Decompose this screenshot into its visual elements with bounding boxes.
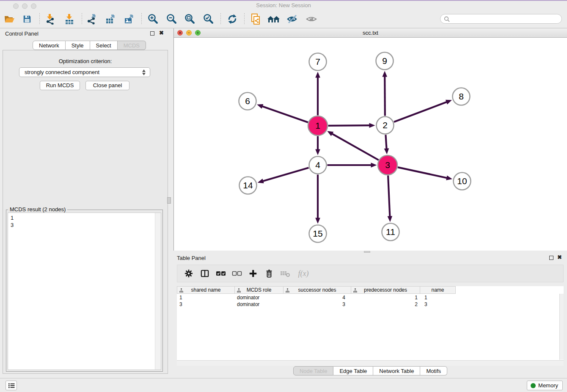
edge-arrowhead [315, 218, 320, 224]
close-panel-button[interactable]: Close panel [85, 81, 129, 90]
run-mcds-button[interactable]: Run MCDS [40, 81, 80, 90]
edge-2-8[interactable] [394, 102, 448, 122]
tab-edge-table[interactable]: Edge Table [333, 366, 373, 375]
float-table-panel-icon[interactable] [549, 256, 553, 260]
add-column-icon[interactable] [245, 269, 261, 278]
zoom-out-icon[interactable] [165, 13, 178, 25]
edge-4-14[interactable] [261, 168, 308, 181]
delete-table-icon [277, 270, 293, 277]
export-table-icon[interactable] [104, 13, 117, 25]
tab-network-table[interactable]: Network Table [373, 366, 420, 375]
show-all-icon[interactable] [305, 13, 318, 25]
table-panel-title: Table Panel [177, 255, 206, 261]
table-cell[interactable]: 3 [420, 301, 456, 308]
import-table-icon[interactable] [63, 13, 76, 25]
tab-node-table[interactable]: Node Table [293, 366, 334, 375]
table-horizontal-scrollbar[interactable] [177, 360, 564, 366]
select-stepper-icon [142, 69, 146, 76]
column-header-predecessor-nodes[interactable]: predecessor nodes [351, 286, 420, 294]
network-canvas[interactable]: 1234678910111415 [174, 38, 567, 251]
edge-3-1[interactable] [331, 133, 379, 160]
column-header-successor-nodes[interactable]: successor nodes [284, 286, 351, 294]
column-type-icon [353, 288, 357, 295]
column-header-label: predecessor nodes [364, 287, 407, 293]
edge-arrowhead [388, 216, 393, 222]
open-file-icon[interactable] [3, 13, 16, 25]
table-cell[interactable]: dominator [235, 294, 284, 301]
column-header-MCDS-role[interactable]: MCDS role [235, 286, 284, 294]
table-cell[interactable]: 1 [351, 294, 420, 301]
edge-1-2[interactable] [328, 125, 371, 126]
hide-selected-icon[interactable] [286, 13, 299, 25]
column-header-label: name [431, 287, 444, 293]
graph-node-label: 8 [459, 91, 464, 101]
edge-1-6[interactable] [261, 106, 308, 122]
result-scrollbar[interactable] [155, 213, 161, 370]
import-network-icon[interactable] [43, 13, 57, 25]
network-graph[interactable]: 1234678910111415 [174, 38, 567, 251]
task-history-button[interactable] [6, 381, 17, 390]
edge-3-11[interactable] [388, 175, 390, 218]
edge-3-10[interactable] [398, 167, 448, 178]
table-cell[interactable]: 1 [177, 294, 235, 301]
table-panel: Table Panel ✖ [173, 253, 567, 378]
table-cell[interactable]: 1 [420, 294, 456, 301]
edge-2-9[interactable] [385, 75, 385, 116]
zoom-in-icon[interactable] [146, 13, 160, 25]
table-row[interactable]: 3dominator323 [177, 301, 456, 308]
edge-arrowhead [384, 148, 389, 154]
table-cell[interactable]: 3 [284, 301, 351, 308]
column-header-shared-name[interactable]: shared name [177, 286, 235, 294]
export-image-icon[interactable] [122, 13, 136, 25]
select-all-icon[interactable] [213, 271, 229, 276]
column-header-name[interactable]: name [420, 286, 456, 294]
tab-motifs[interactable]: Motifs [420, 366, 447, 375]
mcds-result-item: 3 [11, 221, 158, 229]
optimization-criterion-label: Optimization criterion: [0, 58, 171, 64]
optimization-criterion-select[interactable]: strongly connected component [19, 67, 150, 77]
table-vertical-scrollbar[interactable] [559, 294, 564, 360]
tab-mcds[interactable]: MCDS [118, 41, 146, 50]
graph-node-label: 10 [457, 176, 467, 186]
table-cell[interactable]: dominator [235, 301, 284, 308]
graph-node-label: 1 [315, 121, 320, 130]
edge-2-3[interactable] [385, 135, 386, 150]
table-cell[interactable]: 3 [177, 301, 235, 308]
vertical-splitter-handle[interactable] [167, 197, 171, 204]
horizontal-splitter-handle[interactable] [364, 251, 370, 253]
search-input[interactable] [452, 16, 561, 22]
zoom-fit-icon[interactable] [183, 13, 196, 25]
tab-select[interactable]: Select [90, 41, 118, 50]
delete-column-icon[interactable] [261, 269, 277, 278]
network-view-window: ✕ − + scc.txt 1234678910111415 [173, 28, 567, 251]
memory-button[interactable]: Memory [527, 381, 563, 390]
search-field[interactable] [440, 14, 562, 24]
table-cell[interactable]: 4 [284, 294, 351, 301]
mcds-result-list[interactable]: 13 [8, 213, 161, 370]
column-type-icon [237, 288, 241, 295]
close-table-panel-icon[interactable]: ✖ [557, 254, 562, 260]
graph-node-label: 3 [385, 160, 390, 170]
graph-node-label: 14 [243, 180, 253, 190]
node-table[interactable]: shared nameMCDS rolesuccessor nodesprede… [177, 286, 564, 366]
network-home-icon[interactable] [267, 13, 281, 25]
refresh-icon[interactable] [226, 13, 239, 25]
table-row[interactable]: 1dominator411 [177, 294, 456, 301]
network-window-titlebar[interactable]: ✕ − + scc.txt [174, 28, 567, 38]
zoom-selected-icon[interactable] [201, 13, 215, 25]
save-session-icon[interactable] [20, 13, 34, 25]
graph-node-label: 2 [383, 120, 388, 130]
tab-style[interactable]: Style [66, 41, 90, 50]
close-panel-icon[interactable]: ✖ [159, 30, 164, 36]
table-cell[interactable]: 2 [351, 301, 420, 308]
control-panel-title: Control Panel [5, 30, 39, 37]
settings-gear-icon[interactable] [181, 269, 197, 278]
column-chooser-icon[interactable] [197, 269, 213, 278]
mcds-result-fieldset: MCDS result (2 nodes) 13 [6, 210, 163, 372]
tab-network[interactable]: Network [33, 41, 66, 50]
deselect-all-icon[interactable] [229, 271, 245, 276]
control-panel-tabs: NetworkStyleSelectMCDS [33, 41, 146, 50]
export-network-icon[interactable] [85, 13, 99, 25]
clone-network-icon[interactable] [249, 13, 262, 25]
float-panel-icon[interactable] [150, 31, 154, 36]
